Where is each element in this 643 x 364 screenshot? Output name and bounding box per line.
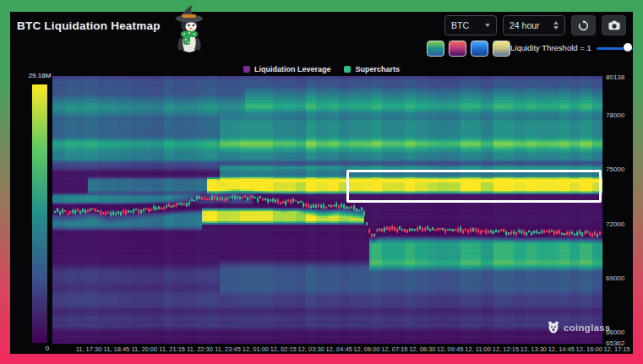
symbol-select[interactable]: BTC — [444, 15, 497, 35]
x-axis-tick-label: 12, 12:15 — [493, 345, 519, 353]
liquidation-heatmap-canvas[interactable] — [52, 76, 602, 344]
x-axis-tick-label: 12, 02:15 — [270, 345, 297, 353]
palette-swatch-blue[interactable] — [471, 41, 488, 57]
timeframe-value: 24 hour — [509, 20, 540, 30]
x-axis: 11, 17:3011, 18:4511, 20:0011, 21:1511, … — [10, 345, 633, 356]
y-axis-tick-label: 75000 — [606, 166, 624, 173]
symbol-select-value: BTC — [451, 20, 469, 30]
palette-swatch-green-viridis[interactable] — [427, 41, 444, 57]
x-axis-tick-label: 12, 13:30 — [520, 345, 547, 353]
page-title: BTC Liquidation Heatmap — [17, 19, 161, 32]
header-controls: BTC 24 hour — [444, 15, 626, 35]
x-axis-tick-label: 11, 21:15 — [159, 345, 185, 353]
coinglass-logo-icon — [548, 321, 559, 334]
x-axis-tick-label: 11, 23:45 — [215, 345, 241, 353]
x-axis-tick-label: 11, 17:30 — [76, 345, 102, 353]
y-axis-tick-label: 78000 — [606, 111, 624, 119]
camera-icon — [608, 20, 620, 30]
palette-threshold-row: Liquidity Threshold = 1 — [10, 41, 626, 57]
coinglass-watermark: coinglass — [548, 321, 611, 334]
x-axis-tick-label: 12, 17:15 — [603, 345, 629, 353]
colorbar — [32, 84, 47, 343]
y-axis-tick-label: 80138 — [606, 73, 624, 81]
x-axis-tick-label: 11, 20:00 — [131, 345, 157, 353]
screenshot-button[interactable] — [602, 15, 626, 35]
legend-item-1[interactable]: Supercharts — [344, 65, 400, 73]
legend-label: Supercharts — [355, 65, 400, 73]
x-axis-tick-label: 12, 04:45 — [325, 345, 351, 353]
x-axis-tick-label: 11, 18:45 — [104, 345, 130, 353]
coinglass-watermark-text: coinglass — [564, 323, 611, 333]
liquidity-threshold-label: Liquidity Threshold = 1 — [510, 43, 591, 52]
palette-swatch-red-magma[interactable] — [449, 41, 466, 57]
x-axis-tick-label: 12, 01:00 — [242, 345, 269, 353]
y-axis-tick-label: 69000 — [606, 274, 624, 282]
threshold-slider-thumb[interactable] — [624, 43, 632, 52]
x-axis-tick-label: 12, 14:45 — [548, 345, 575, 353]
palette-swatch-solar-gray[interactable] — [493, 41, 510, 57]
legend-swatch — [344, 66, 351, 73]
x-axis-tick-label: 12, 03:30 — [298, 345, 324, 353]
refresh-icon — [578, 20, 589, 31]
x-axis-tick-label: 12, 07:15 — [381, 345, 407, 353]
x-axis-tick-label: 12, 16:00 — [576, 345, 602, 353]
x-axis-tick-label: 12, 09:45 — [437, 345, 463, 353]
x-axis-tick-label: 11, 22:30 — [187, 345, 213, 353]
y-axis-tick-label: 72000 — [606, 220, 624, 228]
legend-label: Liquidation Leverage — [254, 65, 331, 73]
x-axis-tick-label: 12, 08:30 — [409, 345, 435, 353]
timeframe-select[interactable]: 24 hour — [503, 15, 565, 35]
refresh-button[interactable] — [571, 15, 596, 35]
legend-item-0[interactable]: Liquidation Leverage — [243, 65, 331, 73]
x-axis-tick-label: 12, 06:00 — [353, 345, 379, 353]
palette-swatches — [427, 41, 510, 57]
spinner-arrows-icon — [553, 21, 559, 30]
x-axis-tick-label: 12, 11:00 — [465, 345, 491, 353]
legend-swatch — [243, 66, 250, 73]
app-panel: BTC Liquidation Heatmap BTC 24 hour — [10, 12, 633, 354]
chevron-down-icon — [485, 24, 490, 27]
chart-legend: Liquidation LeverageSupercharts — [10, 65, 633, 73]
